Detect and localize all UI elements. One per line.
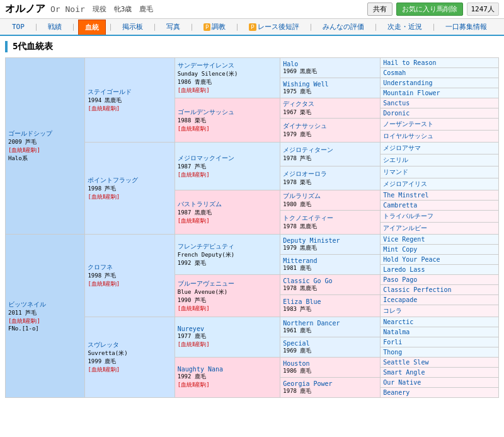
theminstrel-link[interactable]: The Minstrel <box>383 192 428 199</box>
mountainflower-link[interactable]: Mountain Flower <box>383 90 440 96</box>
nav-review[interactable]: Pレース後短評 <box>242 19 306 35</box>
northerndancer-link[interactable]: Northern Dancer <box>283 320 340 327</box>
horse-name-english: Or Noir <box>50 4 85 14</box>
gen2-staygold: ステイゴールド 1994 黒鹿毛 [血統Ⅱ産駒] <box>85 58 175 143</box>
classicgogo-link[interactable]: Classic Go Go <box>283 277 332 284</box>
forli-link[interactable]: Forli <box>383 339 402 346</box>
thong-link[interactable]: Thong <box>383 349 402 356</box>
nearctic-link[interactable]: Nearctic <box>383 318 413 325</box>
gen5-mountainflower: Mountain Flower <box>381 88 499 98</box>
pedigree-section: 5代血統表 ゴールドシップ 2009 芦毛 [血統Ⅱ産駒] Halo系 ステイゴ… <box>0 36 504 403</box>
gen5-royalsash: ロイヤルサッシュ <box>381 131 499 143</box>
viceregent-link[interactable]: Vice Regent <box>383 236 425 243</box>
bullralism-link[interactable]: ブルラリズム <box>283 192 321 199</box>
pasopago-link[interactable]: Paso Pago <box>383 276 417 283</box>
mejiromackqueen-link[interactable]: メジロマックイーン <box>178 154 234 161</box>
gen3-nureyev: Nureyev 1977 鹿毛 [血統Ⅱ産駒] <box>175 317 280 358</box>
natalma-link[interactable]: Natalma <box>383 329 410 335</box>
gen5-doronic: Doronic <box>381 108 499 119</box>
wishingwell-link[interactable]: Wishing Well <box>283 81 328 88</box>
bitsnail-link[interactable]: ビッツネイル <box>8 301 46 308</box>
share-button[interactable]: 共有 <box>367 3 392 16</box>
gen4-wishingwell: Wishing Well 1975 鹿毛 <box>280 78 381 98</box>
icecapade-link[interactable]: Icecapade <box>383 296 417 303</box>
mintcopy-link[interactable]: Mint Copy <box>383 246 417 253</box>
mitterand-link[interactable]: Mitterand <box>283 257 317 264</box>
gen5-theminstrel: The Minstrel <box>381 190 499 201</box>
elizablue-link[interactable]: Eliza Blue <box>283 298 321 305</box>
naughtynana-link[interactable]: Naughty Nana <box>178 366 223 373</box>
table-row: ビッツネイル 2011 芦毛 [血統Ⅱ産駒] FNo.[1-o] クロフネ 19… <box>6 235 499 245</box>
nav-top[interactable]: TOP <box>5 20 32 34</box>
nav-next-race[interactable]: 次走・近況 <box>381 19 429 35</box>
nav-rating[interactable]: みんなの評価 <box>316 19 371 35</box>
sanctus-link[interactable]: Sanctus <box>383 100 410 107</box>
nav-bloodline[interactable]: 血統 <box>78 20 106 35</box>
gen4-mejirotitan: メジロティターン 1978 芦毛 <box>280 143 381 166</box>
mejirotitan-link[interactable]: メジロティターン <box>283 146 333 153</box>
dictus-link[interactable]: ディクタス <box>283 100 314 107</box>
ironruby-link[interactable]: アイアンルビー <box>383 224 427 231</box>
halo-link[interactable]: Halo <box>283 61 298 67</box>
cambretta-link[interactable]: Cambretta <box>383 202 417 209</box>
sheryl-link[interactable]: シエリル <box>383 156 408 163</box>
horse-status: 現役 <box>93 4 106 14</box>
special-link[interactable]: Special <box>283 340 309 347</box>
mejiroiris-link[interactable]: メジロアイリス <box>383 180 427 187</box>
doronic-link[interactable]: Doronic <box>383 110 410 117</box>
deputyminister-link[interactable]: Deputy Minister <box>283 237 340 244</box>
nav-photo[interactable]: 写真 <box>159 19 187 35</box>
pointflag-link[interactable]: ポイントフラッグ <box>88 177 138 184</box>
sundaysilence-link[interactable]: サンデーサイレンス <box>178 62 234 69</box>
holdyourpeace-link[interactable]: Hold Your Peace <box>383 256 440 263</box>
dynasash-link[interactable]: ダイナサッシュ <box>283 122 327 129</box>
hailtoreason-link[interactable]: Hail to Reason <box>383 59 436 66</box>
ournative-link[interactable]: Our Native <box>383 379 421 386</box>
frenchdeputy-link[interactable]: フレンチデピュティ <box>178 243 234 250</box>
gen5-tribalchief: トライバルチーフ <box>381 211 499 223</box>
staygold-link[interactable]: ステイゴールド <box>88 88 132 95</box>
gen5-icecapade: Icecapade <box>381 295 499 305</box>
blueavenue-link[interactable]: ブルーアヴェニュー <box>178 280 234 287</box>
kurofune-link[interactable]: クロフネ <box>88 264 113 271</box>
gen2-suvretta: スヴレッタ Suvretta(米) 1999 鹿毛 [血統Ⅱ産駒] <box>85 317 175 398</box>
gen1-goldship: ゴールドシップ 2009 芦毛 [血統Ⅱ産駒] Halo系 <box>6 58 85 235</box>
tokunoighty-link[interactable]: トクノエイティー <box>283 214 333 221</box>
gen5-beanery: Beanery <box>381 388 499 398</box>
gen4-special: Special 1969 鹿毛 <box>280 337 381 358</box>
nureyev-link[interactable]: Nureyev <box>178 325 204 332</box>
nav-training[interactable]: P調教 <box>197 19 232 35</box>
gen3-bastralism: バストラリズム 1987 黒鹿毛 [血統Ⅱ産駒] <box>175 190 280 235</box>
rimando-link[interactable]: リマンド <box>383 168 408 175</box>
understanding-link[interactable]: Understanding <box>383 79 432 86</box>
laredolass-link[interactable]: Laredo Lass <box>383 266 425 273</box>
gen5-mintcopy: Mint Copy <box>381 245 499 255</box>
gen3-sundaysilence: サンデーサイレンス Sunday Silence(米) 1986 青鹿毛 [血統… <box>175 58 280 98</box>
northerntaste-link[interactable]: ノーザンテースト <box>383 120 433 127</box>
classicperfection-link[interactable]: Classic Perfection <box>383 286 451 293</box>
mejiroaurora-link[interactable]: メジロオーロラ <box>283 170 327 177</box>
nav-record[interactable]: 戦績 <box>41 19 69 35</box>
gen4-mejiroaurora: メジロオーロラ 1978 栗毛 <box>280 166 381 190</box>
gen5-mejiroasama: メジロアサマ <box>381 143 499 154</box>
nav-board[interactable]: 掲示板 <box>115 19 150 35</box>
bastralism-link[interactable]: バストラリズム <box>178 201 222 207</box>
smartangle-link[interactable]: Smart Angle <box>383 369 425 376</box>
beanery-link[interactable]: Beanery <box>383 389 410 396</box>
suvretta-link[interactable]: スヴレッタ <box>88 341 119 348</box>
royalsash-link[interactable]: ロイヤルサッシュ <box>383 132 433 139</box>
mejiroasama-link[interactable]: メジロアサマ <box>383 144 421 151</box>
seattleslew-link[interactable]: Seattle Slew <box>383 359 428 366</box>
gen4-dynasash: ダイナサッシュ 1979 鹿毛 <box>280 119 381 143</box>
georgiapower-link[interactable]: Georgia Power <box>283 380 332 387</box>
tribalchief-link[interactable]: トライバルチーフ <box>383 213 433 219</box>
collera-link[interactable]: コレラ <box>383 307 402 314</box>
gen5-thong: Thong <box>381 347 499 358</box>
houston-link[interactable]: Houston <box>283 360 309 367</box>
nav-offering[interactable]: 一口募集情報 <box>438 19 494 35</box>
gen4-classicgogo: Classic Go Go 1978 黒鹿毛 <box>280 275 381 295</box>
goldensash-link[interactable]: ゴールデンサッシュ <box>178 108 234 115</box>
goldship-link[interactable]: ゴールドシップ <box>8 130 52 137</box>
favorite-button[interactable]: お気に入り馬削除 <box>396 3 463 16</box>
cosmah-link[interactable]: Cosmah <box>383 69 406 76</box>
